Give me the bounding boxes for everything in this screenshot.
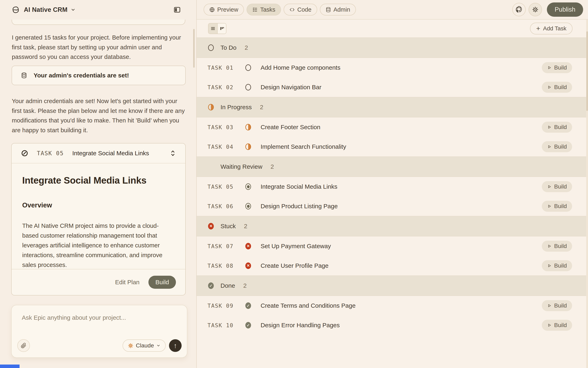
section-status-icon [208, 45, 214, 51]
project-menu-chevron-icon[interactable] [71, 7, 76, 12]
task-build-button[interactable]: Build [542, 141, 572, 152]
build-label: Build [554, 64, 567, 71]
task-row[interactable]: TASK 10 Design Error Handling Pages Buil… [197, 315, 588, 335]
claude-starburst-icon [128, 343, 133, 349]
kanban-view-icon [220, 26, 224, 31]
expand-collapse-icon[interactable] [170, 150, 176, 157]
task-id: TASK 10 [207, 322, 245, 329]
task-status-icon [245, 64, 251, 71]
arrow-up-icon: ↑ [174, 342, 177, 349]
chat-input-box[interactable]: Ask Epic anything about your project... [11, 305, 187, 358]
plan-card-header[interactable]: TASK 05 Integrate Social Media Links [12, 143, 185, 163]
tab-preview[interactable]: Preview [204, 4, 244, 16]
task-row[interactable]: TASK 07 Set Up Payment Gateway Build [197, 236, 588, 256]
database-icon [21, 72, 27, 78]
task-build-button[interactable]: Build [542, 300, 572, 311]
task-sections-list: To Do 2 TASK 01 Add Home Page components… [197, 37, 588, 335]
paperclip-icon [21, 343, 27, 349]
task-row[interactable]: TASK 09 Create Terms and Conditions Page… [197, 296, 588, 315]
add-task-button[interactable]: + Add Task [530, 23, 572, 34]
task-id: TASK 08 [207, 263, 245, 269]
play-icon [547, 85, 552, 90]
send-message-button[interactable]: ↑ [169, 339, 182, 352]
task-build-button[interactable]: Build [542, 122, 572, 133]
plan-task-id: TASK 05 [37, 150, 64, 157]
chat-input-controls: Claude ↑ [17, 339, 182, 352]
task-build-button[interactable]: Build [542, 181, 572, 192]
task-status-icon [245, 322, 251, 329]
chevron-down-icon [156, 344, 160, 348]
task-row[interactable]: TASK 01 Add Home Page components Build [197, 58, 588, 77]
tab-tasks[interactable]: Tasks [247, 4, 281, 16]
credentials-banner: Your admin's credentials are set! [12, 66, 186, 85]
build-label: Build [554, 183, 567, 190]
section-label: To Do [221, 44, 236, 51]
task-row[interactable]: TASK 08 Create User Profile Page Build [197, 256, 588, 276]
tab-label: Preview [217, 6, 238, 13]
collapse-sidebar-button[interactable] [172, 5, 182, 15]
right-panel-scrollbar[interactable] [586, 19, 588, 368]
play-icon [547, 264, 552, 268]
section-header[interactable]: To Do 2 [197, 37, 588, 58]
task-build-button[interactable]: Build [542, 260, 572, 271]
kanban-view-button[interactable] [217, 23, 226, 34]
build-label: Build [554, 243, 567, 249]
task-row[interactable]: TASK 04 Implement Search Functionality B… [197, 137, 588, 156]
model-selector[interactable]: Claude [123, 340, 166, 352]
section-header[interactable]: Done 2 [197, 276, 588, 296]
task-row[interactable]: TASK 02 Design Navigation Bar Build [197, 77, 588, 97]
section-header[interactable]: Waiting Review 2 [197, 156, 588, 177]
tab-label: Admin [333, 6, 350, 13]
settings-button[interactable] [529, 3, 542, 16]
edit-plan-button[interactable]: Edit Plan [115, 279, 140, 286]
task-build-button[interactable]: Build [542, 82, 572, 93]
tab-admin[interactable]: Admin [320, 4, 356, 16]
tasks-panel: Preview Tasks [197, 0, 588, 368]
task-id: TASK 01 [207, 64, 245, 71]
task-build-button[interactable]: Build [542, 201, 572, 212]
section-count: 2 [271, 163, 274, 170]
database-icon [326, 7, 331, 12]
section-header[interactable]: In Progress 2 [197, 97, 588, 117]
scrollbar-thumb[interactable] [586, 31, 588, 111]
app-name: AI Native CRM [24, 6, 67, 13]
credentials-banner-text: Your admin's credentials are set! [34, 72, 129, 79]
section-label: Waiting Review [221, 163, 262, 170]
task-row[interactable]: TASK 05 Integrate Social Media Links Bui… [197, 177, 588, 196]
play-icon [547, 145, 552, 149]
task-status-icon [245, 262, 251, 269]
plan-overview-heading: Overview [22, 201, 175, 209]
attach-file-button[interactable] [17, 339, 30, 352]
build-plan-button[interactable]: Build [148, 276, 176, 289]
task-build-button[interactable]: Build [542, 320, 572, 331]
model-name: Claude [136, 342, 154, 349]
publish-button[interactable]: Publish [547, 2, 583, 17]
plan-overview-text: The AI Native CRM project aims to provid… [22, 221, 173, 270]
list-view-button[interactable] [208, 23, 217, 34]
github-icon [516, 6, 522, 13]
tab-label: Tasks [260, 6, 275, 13]
task-row[interactable]: TASK 03 Create Footer Section Build [197, 117, 588, 137]
tab-code[interactable]: Code [284, 4, 317, 16]
task-row[interactable]: TASK 06 Design Product Listing Page Buil… [197, 196, 588, 216]
task-build-button[interactable]: Build [542, 241, 572, 252]
tasks-toolbar: + Add Task [197, 19, 588, 37]
gear-icon [532, 6, 539, 13]
task-id: TASK 09 [207, 303, 245, 309]
section-status-icon [208, 223, 214, 230]
bottom-blue-strip [0, 365, 19, 368]
play-icon [547, 204, 552, 208]
github-button[interactable] [512, 3, 526, 16]
task-status-icon [245, 84, 251, 91]
build-label: Build [554, 262, 567, 269]
section-count: 2 [260, 104, 263, 111]
task-title: Design Product Listing Page [261, 203, 338, 210]
section-header[interactable]: Stuck 2 [197, 216, 588, 236]
in-review-status-icon [21, 150, 28, 157]
task-status-icon [245, 183, 251, 190]
left-panel-scrollbar[interactable] [193, 29, 195, 68]
task-title: Create Footer Section [261, 124, 320, 131]
section-label: In Progress [221, 104, 252, 111]
task-build-button[interactable]: Build [542, 62, 572, 73]
section-status-icon [208, 282, 214, 289]
